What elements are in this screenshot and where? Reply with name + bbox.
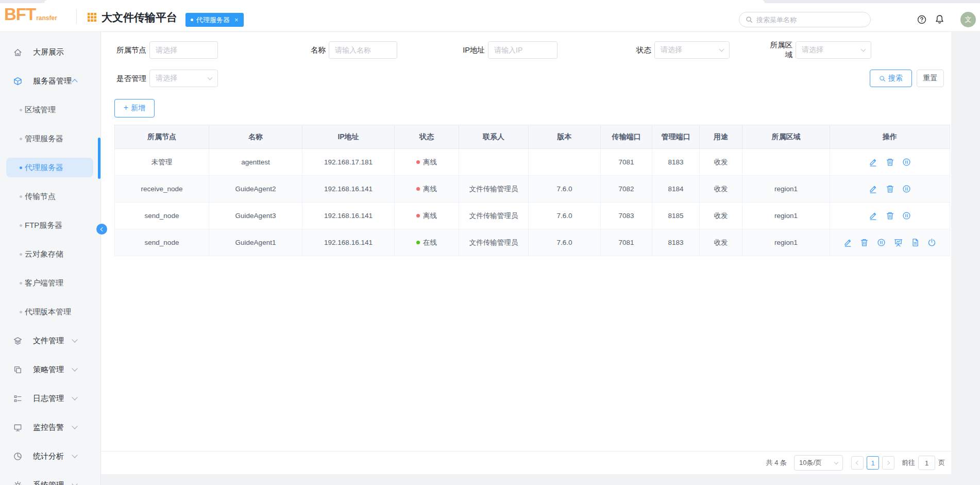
sidebar-item-file-mgmt[interactable]: 文件管理 (0, 326, 100, 355)
sidebar-item-proxy-server[interactable]: 代理服务器 (6, 158, 93, 177)
node-input[interactable] (156, 46, 212, 54)
grid-menu-icon[interactable] (88, 13, 96, 22)
cell-usage: 收发 (700, 229, 742, 256)
delete-icon[interactable] (886, 158, 894, 166)
sidebar-scrollbar-thumb[interactable] (98, 138, 100, 179)
filter-name: 名称 (308, 41, 397, 59)
cell-actions (830, 229, 950, 256)
sidebar-item-dashboard[interactable]: 大屏展示 (0, 38, 100, 66)
cell-manage-port: 8183 (652, 149, 700, 176)
sidebar-item-transfer-node[interactable]: 传输节点 (0, 182, 100, 211)
status-dot-offline (416, 214, 420, 218)
sidebar-item-cloud-storage[interactable]: 云对象存储 (0, 240, 100, 269)
cell-ip: 192.168.17.181 (302, 149, 395, 176)
sidebar-collapse-button[interactable] (96, 224, 107, 235)
filter-managed: 是否管理 请选择 (112, 70, 218, 87)
table-row[interactable]: receive_node GuideAgent2 192.168.16.141 … (115, 176, 950, 203)
edit-icon[interactable] (843, 238, 852, 247)
brand-logo: BFT ransfer (4, 6, 57, 23)
delete-icon[interactable] (860, 238, 869, 247)
cell-contact: 文件传输管理员 (459, 229, 529, 256)
avatar[interactable]: 文 (960, 12, 976, 27)
cell-region: region1 (742, 203, 830, 229)
name-field[interactable] (329, 41, 397, 59)
page-title: 大文件传输平台 (102, 10, 177, 25)
node-select[interactable] (149, 41, 218, 59)
pause-icon[interactable] (902, 185, 911, 193)
bell-icon[interactable] (935, 14, 944, 24)
chevron-down-icon (72, 394, 77, 400)
search-button[interactable]: 搜索 (870, 70, 912, 87)
cell-contact: 文件传输管理员 (459, 203, 529, 229)
home-icon (13, 48, 22, 57)
next-page-button[interactable] (882, 456, 894, 470)
pause-icon[interactable] (877, 238, 886, 247)
page-size-select[interactable]: 10条/页 (794, 455, 843, 471)
cell-status: 离线 (395, 176, 459, 203)
menu-search-box[interactable] (739, 12, 871, 27)
status-dot-offline (416, 160, 420, 164)
document-icon[interactable] (911, 238, 920, 247)
table-row[interactable]: send_node GuideAgent1 192.168.16.141 在线 … (115, 229, 950, 256)
cell-version: 7.6.0 (529, 203, 601, 229)
col-version: 版本 (529, 125, 601, 149)
status-select[interactable]: 请选择 (654, 41, 730, 59)
chevron-down-icon (208, 75, 213, 80)
sidebar-item-monitor-alert[interactable]: 监控告警 (0, 413, 100, 442)
cell-node: 未管理 (115, 149, 209, 176)
tab-proxy-server[interactable]: 代理服务器 × (185, 13, 244, 27)
delete-icon[interactable] (886, 211, 894, 220)
ip-input[interactable] (494, 46, 551, 54)
sidebar: 大屏展示 服务器管理 区域管理 管理服务器 代理服务器 传输节点 (0, 32, 101, 485)
power-icon[interactable] (927, 238, 936, 247)
status-dot-offline (416, 187, 420, 191)
sidebar-item-statistics[interactable]: 统计分析 (0, 442, 100, 471)
current-page[interactable]: 1 (867, 456, 879, 470)
pause-icon[interactable] (902, 211, 911, 220)
page-unit-label: 页 (938, 458, 945, 467)
cell-manage-port: 8183 (652, 229, 700, 256)
goto-page-input[interactable] (918, 456, 935, 470)
prev-page-button[interactable] (851, 456, 864, 470)
cell-region (742, 149, 830, 176)
cell-actions (830, 203, 950, 229)
help-icon[interactable] (917, 15, 926, 24)
cell-region: region1 (742, 176, 830, 203)
sidebar-item-client-mgmt[interactable]: 客户端管理 (0, 269, 100, 297)
search-icon (746, 16, 753, 23)
cell-transfer-port: 7081 (601, 149, 652, 176)
managed-select[interactable]: 请选择 (149, 70, 218, 87)
chevron-left-icon (100, 227, 104, 231)
edit-icon[interactable] (869, 158, 877, 166)
sidebar-item-ftp-server[interactable]: FTP服务器 (0, 211, 100, 240)
sidebar-item-log-mgmt[interactable]: 日志管理 (0, 384, 100, 413)
monitor-icon[interactable] (894, 238, 903, 247)
region-select[interactable]: 请选择 (796, 41, 871, 59)
ip-field[interactable] (488, 41, 557, 59)
add-button[interactable]: + 新增 (114, 99, 155, 118)
filter-region: 所属区域 请选择 (763, 41, 871, 59)
edit-icon[interactable] (869, 211, 877, 220)
sidebar-item-policy-mgmt[interactable]: 策略管理 (0, 355, 100, 384)
name-input[interactable] (335, 46, 391, 54)
sidebar-item-system-mgmt[interactable]: 系统管理 (0, 471, 100, 485)
menu-search-input[interactable] (756, 16, 864, 24)
bullet-dot (20, 195, 22, 198)
sidebar-item-server-mgmt[interactable]: 服务器管理 (0, 66, 100, 95)
table-row[interactable]: send_node GuideAgent3 192.168.16.141 离线 … (115, 203, 950, 229)
sidebar-item-proxy-version-mgmt[interactable]: 代理版本管理 (0, 297, 100, 326)
pause-icon[interactable] (902, 158, 911, 166)
cube-icon (13, 77, 22, 86)
table-row[interactable]: 未管理 agenttest 192.168.17.181 离线 7081 818… (115, 149, 950, 176)
edit-icon[interactable] (869, 185, 877, 193)
sidebar-item-region-mgmt[interactable]: 区域管理 (0, 95, 100, 124)
app-header: BFT ransfer 大文件传输平台 代理服务器 × 文 (0, 0, 980, 32)
cell-version (529, 149, 601, 176)
reset-button[interactable]: 重置 (917, 70, 944, 87)
col-status: 状态 (395, 125, 459, 149)
pie-chart-icon (13, 452, 22, 461)
close-icon[interactable]: × (234, 16, 239, 24)
delete-icon[interactable] (886, 185, 894, 193)
cell-usage: 收发 (700, 149, 742, 176)
sidebar-item-mgmt-server[interactable]: 管理服务器 (0, 124, 100, 153)
